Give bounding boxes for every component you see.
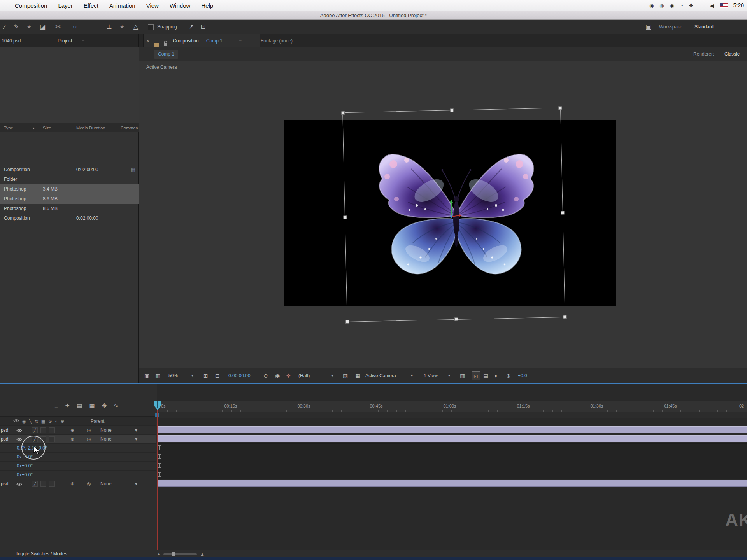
handle-top-left[interactable] [341,111,345,115]
graph-editor-icon[interactable]: ∿ [114,402,119,409]
composition-viewport[interactable]: Active Camera [139,61,747,368]
zoom-slider-handle[interactable] [172,552,175,556]
video-eye-icon[interactable] [13,419,19,424]
layer-duration-bar[interactable] [157,479,747,488]
3d-layer-icon[interactable]: ⊕ [69,480,75,488]
snapping-checkbox[interactable] [148,24,154,30]
y-rotation-value[interactable]: 0x+0.0° [17,462,33,471]
fx-switch-icon[interactable]: fx [35,419,38,424]
menu-view[interactable]: View [141,2,164,9]
work-area-strip[interactable] [157,412,747,418]
layer-name[interactable]: psd [1,426,8,435]
time-machine-icon[interactable]: ◔ [680,3,683,9]
keyframe-ibeam-icon[interactable] [158,445,161,450]
mask-visibility-icon[interactable]: ⊡ [215,368,220,383]
wifi-icon[interactable]: ⌒ [699,2,704,9]
panel-menu-icon[interactable]: ≡ [239,34,242,47]
menu-window[interactable]: Window [164,2,196,9]
timeline-button-icon[interactable]: ▤ [483,368,488,383]
menu-animation[interactable]: Animation [104,2,141,9]
track-matte-icon[interactable]: ◎ [86,435,92,444]
keyboard-icon[interactable]: ✥ [689,3,693,9]
status-icon[interactable]: ◉ [670,3,674,9]
views-dropdown-icon[interactable]: ▾ [448,368,450,383]
show-channels-icon[interactable]: ❖ [286,368,291,383]
clone-stamp-tool-icon[interactable]: ⌖ [25,20,34,34]
volume-icon[interactable]: ◀ [710,3,714,9]
time-ruler[interactable]: 0s 00:15s 00:30s 00:45s 01:00s 01:15s 01… [157,401,747,412]
switch-cell[interactable] [49,427,55,433]
z-rotation-value[interactable]: 0x+0.0° [17,471,33,480]
screen-record-icon[interactable]: ◉ [649,3,654,9]
layer-name[interactable]: psd [1,435,8,444]
switch-cell[interactable] [40,481,46,487]
resolution-value[interactable]: (Half) [298,368,310,383]
track-matte-icon[interactable]: ◎ [86,480,92,488]
current-timecode[interactable]: 0:00:00:00 [228,368,251,383]
choose-grid-icon[interactable]: ⊞ [203,368,208,383]
hide-shy-layers-icon[interactable]: ▤ [77,402,82,409]
magnification-icon[interactable]: ▥ [155,368,160,383]
menubar-clock[interactable]: 5:20 [733,2,744,9]
layer-row[interactable]: psd ╱ ⊕ ◎ None ▾ [0,425,156,434]
eye-icon[interactable] [16,482,22,487]
handle-top-right[interactable] [558,106,562,110]
puppet-pin-tool-icon[interactable]: ○ [70,20,79,34]
show-snapshot-icon[interactable]: ◉ [275,368,280,383]
comp-name-chip[interactable]: Comp 1 [154,50,178,59]
tab-composition-name[interactable]: Comp 1 [206,34,223,47]
keyframe-ibeam-icon[interactable] [158,463,161,468]
parent-column-label[interactable]: Parent [91,416,104,426]
zoom-in-mountain-icon[interactable]: ▲ [200,551,205,557]
column-divider[interactable] [117,123,117,132]
property-row-y-rotation[interactable]: 0x+0.0° [0,461,156,470]
pixel-aspect-icon[interactable]: ▥ [460,368,465,383]
snap-option-icon[interactable]: ↗ [187,20,196,34]
project-row-composition[interactable]: Composition 0:02:00:00 [0,214,139,223]
parent-dropdown-icon[interactable]: ▾ [134,480,139,488]
toggle-switches-modes-button[interactable]: Toggle Switches / Modes [16,550,67,558]
axis-mode-view-icon[interactable]: △ [131,20,140,34]
project-row-photoshop[interactable]: Photoshop 8.6 MB [0,194,139,204]
parent-dropdown-icon[interactable]: ▾ [134,435,139,444]
parent-dropdown-icon[interactable]: ▾ [134,426,139,435]
current-time-indicator-line[interactable] [157,401,158,551]
property-row-z-rotation[interactable]: 0x+0.0° [0,470,156,479]
tab-footage-psd[interactable]: 1040.psd [2,34,21,47]
column-comment[interactable]: Commen [121,123,138,133]
comp-mini-flowchart-icon[interactable]: ≡ [54,402,58,409]
keyframe-ibeam-icon[interactable] [158,454,161,459]
column-type[interactable]: Type [4,123,13,133]
3d-layer-icon[interactable]: ⊕ [69,435,75,444]
snap-feature-icon[interactable]: ⊡ [198,20,208,34]
column-size[interactable]: Size [43,123,51,133]
menu-effect[interactable]: Effect [78,2,104,9]
snapshot-icon[interactable]: ⊙ [263,368,268,383]
eye-icon[interactable] [16,428,22,434]
status-icon[interactable]: ◎ [659,3,664,9]
tool-partial-icon[interactable]: ∕ [0,20,9,34]
eye-icon[interactable] [16,437,22,443]
axis-mode-world-icon[interactable]: ⌖ [117,20,127,34]
keyframe-ibeam-icon[interactable] [158,472,161,477]
handle-bottom-center[interactable] [454,317,458,321]
menu-layer[interactable]: Layer [53,2,78,9]
motion-blur-icon[interactable]: ❋ [102,402,107,409]
3d-layer-icon[interactable]: ⊕ [69,426,75,435]
resolution-dropdown-icon[interactable]: ▾ [331,368,333,383]
zoom-out-mountain-icon[interactable]: ▲ [157,552,160,556]
switch-cell[interactable] [49,436,55,442]
adjustment-layer-icon[interactable]: ◐ [55,419,58,424]
axis-widget[interactable] [440,196,467,224]
panel-menu-icon[interactable]: ≡ [82,34,84,47]
input-language-flag-icon[interactable] [720,3,728,8]
region-of-interest-icon[interactable]: ▧ [343,368,348,383]
camera-view-value[interactable]: Active Camera [365,368,396,383]
roto-brush-tool-icon[interactable]: ✄ [53,20,63,34]
layer-row[interactable]: psd ╱ ⊕ ◎ None ▾ [0,479,156,488]
eraser-tool-icon[interactable]: ◪ [38,20,47,34]
handle-top-center[interactable] [450,108,453,112]
3d-switch-icon[interactable]: ⊕ [61,419,64,424]
handle-mid-right[interactable] [561,211,564,214]
zoom-dropdown-icon[interactable]: ▾ [191,368,193,383]
